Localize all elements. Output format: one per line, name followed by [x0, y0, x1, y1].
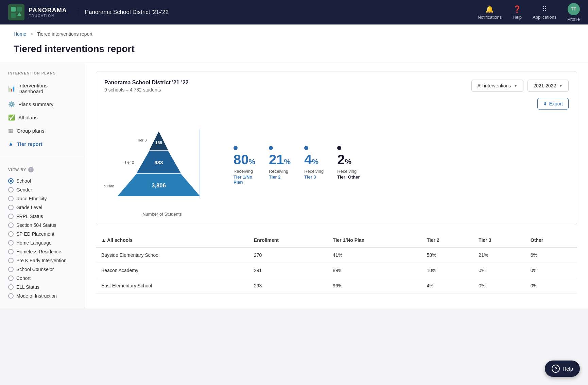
notifications-nav[interactable]: 🔔 Notifications	[478, 5, 502, 20]
home-link[interactable]: Home	[14, 31, 26, 37]
svg-rect-0	[11, 7, 16, 12]
content-area: Home > Tiered interventions report Tiere…	[0, 24, 588, 308]
export-button[interactable]: ⬇ Export	[537, 98, 569, 110]
sidebar-divider	[0, 156, 85, 156]
radio-circle-504	[8, 222, 14, 228]
radio-504[interactable]: Section 504 Status	[8, 221, 76, 230]
sidebar-item-tier-report[interactable]: ▲ Tier report	[0, 137, 85, 150]
stat-number-tier3: 4%	[304, 152, 318, 167]
breadcrumb: Home > Tiered interventions report	[0, 24, 588, 39]
col-other[interactable]: Other	[525, 233, 577, 247]
cell-tier1-3: 96%	[327, 278, 421, 294]
cell-tier3-2: 0%	[473, 263, 525, 278]
chevron-down-icon-year: ▼	[559, 83, 563, 88]
stat-label-receiving2: Receiving	[269, 169, 288, 174]
cell-enrollment-1: 270	[248, 247, 327, 263]
radio-label-ell: ELL Status	[16, 284, 39, 290]
radio-label-grade: Grade Level	[16, 205, 42, 210]
col-tier1[interactable]: Tier 1/No Plan	[327, 233, 421, 247]
stat-tier2: 21% Receiving Tier 2	[269, 146, 291, 185]
plans-icon: ⚙️	[8, 101, 15, 107]
logo-text: PANORAMA EDUCATION	[29, 7, 67, 18]
col-enrollment[interactable]: Enrollment	[248, 233, 327, 247]
stat-tier-label3: Tier 3	[304, 174, 316, 180]
radio-ell[interactable]: ELL Status	[8, 283, 76, 291]
dot-tier3	[304, 146, 308, 150]
interventions-dropdown[interactable]: All interventions ▼	[471, 80, 523, 92]
cell-school-3: East Elementary School	[96, 278, 248, 294]
radio-homeless[interactable]: Homeless Residence	[8, 247, 76, 256]
sidebar-label-interventions-dashboard: InterventionsDashboard	[18, 83, 48, 94]
radio-mode[interactable]: Mode of Instruction	[8, 291, 76, 300]
radio-prek[interactable]: Pre K Early Intervention	[8, 256, 76, 265]
col-tier2[interactable]: Tier 2	[421, 233, 473, 247]
radio-circle-homeless	[8, 249, 14, 254]
profile-nav[interactable]: TT Profile	[567, 3, 580, 22]
radio-race-ethnicity[interactable]: Race Ethnicity	[8, 194, 76, 203]
interventions-dropdown-label: All interventions	[477, 83, 511, 88]
year-dropdown[interactable]: 2021-2022 ▼	[528, 80, 569, 92]
cell-enrollment-2: 291	[248, 263, 327, 278]
radio-circle-cohort	[8, 275, 14, 281]
sidebar-item-all-plans[interactable]: ✅ All plans	[0, 111, 85, 124]
cell-other-1: 6%	[525, 247, 577, 263]
radio-label-504: Section 504 Status	[16, 222, 56, 228]
radio-sped[interactable]: SP ED Placement	[8, 230, 76, 238]
stat-tier3: 4% Receiving Tier 3	[304, 146, 324, 185]
svg-text:Tier 2: Tier 2	[124, 160, 134, 164]
bar-chart-icon: 📊	[8, 85, 15, 92]
stat-number-tier2: 21%	[269, 152, 291, 167]
top-card: Panorama School District '21-'22 9 schoo…	[96, 71, 577, 225]
radio-counselor[interactable]: School Counselor	[8, 265, 76, 274]
radio-frpl[interactable]: FRPL Status	[8, 212, 76, 221]
sidebar-label-all-plans: All plans	[18, 115, 38, 120]
cell-enrollment-3: 293	[248, 278, 327, 294]
sidebar-item-interventions-dashboard[interactable]: 📊 InterventionsDashboard	[0, 79, 85, 98]
cell-other-3: 0%	[525, 278, 577, 294]
radio-label-homeless: Homeless Residence	[16, 249, 61, 254]
tier-icon: ▲	[8, 141, 14, 147]
radio-circle-prek	[8, 258, 14, 263]
radio-home-language[interactable]: Home Language	[8, 238, 76, 247]
col-school[interactable]: ▲ All schools	[96, 233, 248, 247]
apps-icon: ⠿	[542, 5, 547, 13]
dot-tier2	[269, 146, 273, 150]
cell-other-2: 0%	[525, 263, 577, 278]
stat-tier-label2: Tier 2	[269, 174, 280, 180]
logo-area[interactable]: PANORAMA EDUCATION	[8, 4, 67, 20]
stat-label-receiving4: Receiving	[337, 169, 357, 174]
radio-label-mode: Mode of Instruction	[16, 293, 57, 299]
svg-rect-2	[11, 13, 16, 18]
radio-cohort[interactable]: Cohort	[8, 274, 76, 283]
pyramid-chart: 3,806 Tier 1/No Plan 983 Tier 2 168 Tier…	[104, 114, 220, 217]
radio-grade-level[interactable]: Grade Level	[8, 203, 76, 212]
help-icon: ❓	[513, 5, 521, 13]
sidebar-item-plans-summary[interactable]: ⚙️ Plans summary	[0, 98, 85, 111]
card-header-row: Panorama School District '21-'22 9 schoo…	[104, 80, 569, 93]
radio-label-frpl: FRPL Status	[16, 214, 43, 219]
table-row: Beacon Academy 291 89% 10% 0% 0%	[96, 263, 577, 278]
notifications-label: Notifications	[478, 15, 502, 20]
radio-gender[interactable]: Gender	[8, 185, 76, 194]
svg-marker-3	[17, 12, 22, 16]
below-header: INTERVENTION PLANS 📊 InterventionsDashbo…	[0, 63, 588, 308]
logo-icon	[8, 4, 24, 20]
breadcrumb-separator: >	[30, 31, 33, 37]
sidebar-section-title: INTERVENTION PLANS	[0, 71, 85, 79]
sidebar-item-group-plans[interactable]: ▦ Group plans	[0, 124, 85, 137]
cell-tier2-2: 10%	[421, 263, 473, 278]
app-header: PANORAMA EDUCATION Panorama School Distr…	[0, 0, 588, 24]
help-label: Help	[513, 15, 522, 20]
card-controls: All interventions ▼ 2021-2022 ▼	[471, 80, 569, 92]
sort-icon: ▲	[101, 237, 106, 243]
radio-label-cohort: Cohort	[16, 275, 31, 281]
cell-tier2-1: 58%	[421, 247, 473, 263]
svg-text:Tier 3: Tier 3	[137, 138, 146, 142]
radio-circle-mode	[8, 293, 14, 299]
applications-nav[interactable]: ⠿ Applications	[533, 5, 556, 20]
help-nav[interactable]: ❓ Help	[513, 5, 522, 20]
radio-school[interactable]: School	[8, 177, 76, 185]
card-subtitle: 9 schools – 4,782 students	[104, 87, 189, 93]
radio-circle-gender	[8, 187, 14, 192]
col-tier3[interactable]: Tier 3	[473, 233, 525, 247]
